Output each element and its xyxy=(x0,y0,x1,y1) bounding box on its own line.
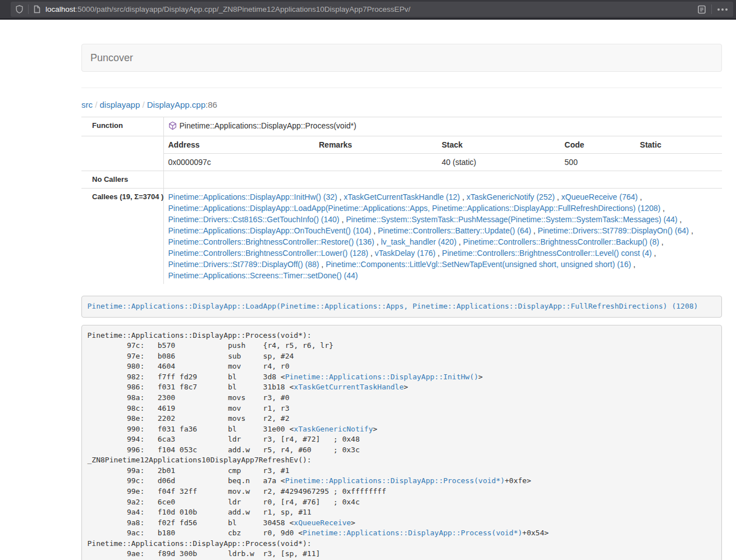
no-callers-label: No Callers xyxy=(81,171,163,189)
callee-link[interactable]: xTaskGetCurrentTaskHandle (12) xyxy=(344,192,460,201)
breadcrumb-link[interactable]: DisplayApp.cpp xyxy=(147,100,205,109)
asm-line: 990: f031 fa36 bl 31e00 <xTaskGenericNot… xyxy=(88,424,716,435)
brand-link[interactable]: Puncover xyxy=(90,52,133,64)
callee-link[interactable]: Pinetime::Drivers::St7789::DisplayOn() (… xyxy=(538,226,689,235)
callees-label: Callees (19, Σ=3704 ) xyxy=(81,189,163,284)
callees-cell: Pinetime::Applications::DisplayApp::Init… xyxy=(163,189,722,284)
shield-icon[interactable] xyxy=(16,5,23,13)
callee-link[interactable]: Pinetime::Controllers::BrightnessControl… xyxy=(168,249,368,258)
breadcrumb: src / displayapp / DisplayApp.cpp:86 xyxy=(81,99,722,111)
function-row: Function Pinetime::Applications::Display… xyxy=(81,117,722,136)
asm-line: 98e: 2202 movs r2, #2 xyxy=(88,414,716,424)
package-cube-icon xyxy=(168,121,177,133)
callee-link[interactable]: Pinetime::Controllers::BrightnessControl… xyxy=(463,237,659,246)
breadcrumb-separator: / xyxy=(140,100,147,109)
stats-table: Address Remarks Stack Code Static 0x0000… xyxy=(164,136,723,171)
address-value: 0x0000097c xyxy=(164,154,315,171)
asm-symbol-link[interactable]: xTaskGetCurrentTaskHandle xyxy=(294,383,404,391)
navbar: Puncover xyxy=(81,44,722,72)
stack-value: 40 (static) xyxy=(437,154,560,171)
function-name-cell: Pinetime::Applications::DisplayApp::Proc… xyxy=(163,117,722,136)
asm-symbol-link[interactable]: Pinetime::Applications::DisplayApp::Proc… xyxy=(303,529,522,537)
asm-line: 9a4: f10d 010b add.w r1, sp, #11 xyxy=(88,507,716,518)
url-field[interactable]: localhost:5000/path/src/displayapp/Displ… xyxy=(11,2,733,17)
function-label: Function xyxy=(81,117,163,136)
breadcrumb-link[interactable]: src xyxy=(81,100,93,109)
code-size-value: 500 xyxy=(560,154,636,171)
callee-link[interactable]: Pinetime::Applications::Screens::Timer::… xyxy=(168,271,358,280)
no-callers-row: No Callers xyxy=(81,171,722,189)
asm-line: 9ac: b180 cbz r0, 9d0 <Pinetime::Applica… xyxy=(88,528,716,539)
callee-link[interactable]: xQueueReceive (764) xyxy=(561,192,638,201)
divider xyxy=(81,88,722,88)
callee-link[interactable]: Pinetime::Components::LittleVgl::SetNewT… xyxy=(326,260,631,269)
reader-mode-icon[interactable] xyxy=(697,4,706,15)
callee-link[interactable]: Pinetime::Applications::DisplayApp::Init… xyxy=(168,192,337,201)
asm-line: 98c: 4619 mov r1, r3 xyxy=(88,403,716,414)
asm-symbol-link[interactable]: xQueueReceive xyxy=(294,518,351,527)
callees-row: Callees (19, Σ=3704 ) Pinetime::Applicat… xyxy=(81,189,722,284)
asm-line: 996: f104 053c add.w r5, r4, #60 ; 0x3c xyxy=(88,445,716,456)
asm-line: Pinetime::Applications::DisplayApp::Proc… xyxy=(88,331,716,341)
asm-line: 97c: b570 push {r4, r5, r6, lr} xyxy=(88,341,716,351)
asm-line: _ZN8Pinetime12Applications10DisplayApp7R… xyxy=(88,455,716,466)
stats-cell: Address Remarks Stack Code Static 0x0000… xyxy=(163,136,722,171)
callers-cell xyxy=(163,171,722,189)
callee-link[interactable]: Pinetime::Controllers::Battery::Update()… xyxy=(378,226,531,235)
callee-link[interactable]: Pinetime::Drivers::Cst816S::GetTouchInfo… xyxy=(168,215,340,224)
page-container: Puncover src / displayapp / DisplayApp.c… xyxy=(81,20,722,560)
col-address: Address xyxy=(164,136,315,154)
function-table: Function Pinetime::Applications::Display… xyxy=(81,117,722,284)
breadcrumb-link[interactable]: displayapp xyxy=(100,100,140,109)
static-value xyxy=(636,154,722,171)
col-remarks: Remarks xyxy=(314,136,437,154)
asm-line: 980: 4604 mov r4, r0 xyxy=(88,361,716,372)
callee-link[interactable]: xTaskGenericNotify (252) xyxy=(467,192,555,201)
asm-line: 99c: d06d beq.n a7a <Pinetime::Applicati… xyxy=(88,476,716,486)
asm-line: 994: 6ca3 ldr r3, [r4, #72] ; 0x48 xyxy=(88,434,716,445)
col-static: Static xyxy=(636,136,722,154)
asm-line: 99a: 2b01 cmp r3, #1 xyxy=(88,466,716,476)
breadcrumb-separator: / xyxy=(93,100,100,109)
remarks-value xyxy=(314,154,437,171)
asm-line: 982: f7ff fd29 bl 3d8 <Pinetime::Applica… xyxy=(88,372,716,383)
asm-line: 986: f031 f8c7 bl 31b18 <xTaskGetCurrent… xyxy=(88,382,716,393)
stats-value-row: 0x0000097c 40 (static) 500 xyxy=(164,154,723,171)
asm-line: 9a2: 6ce0 ldr r0, [r4, #76] ; 0x4c xyxy=(88,497,716,508)
page-icon[interactable] xyxy=(34,5,40,13)
asm-symbol-link[interactable]: Pinetime::Applications::DisplayApp::Init… xyxy=(285,373,478,381)
asm-line: 9a8: f02f fd56 bl 30458 <xQueueReceive> xyxy=(88,518,716,529)
disassembly-block: Pinetime::Applications::DisplayApp::Proc… xyxy=(81,325,722,560)
asm-line: Pinetime::Applications::DisplayApp::Proc… xyxy=(88,539,716,549)
urlbar-divider xyxy=(28,4,29,14)
url-text: localhost:5000/path/src/displayapp/Displ… xyxy=(45,5,692,13)
asm-line: 97e: b086 sub sp, #24 xyxy=(88,351,716,362)
asm-line: 99e: f04f 32ff mov.w r2, #4294967295 ; 0… xyxy=(88,486,716,497)
asm-symbol-link[interactable]: Pinetime::Applications::DisplayApp::Proc… xyxy=(285,476,505,485)
asm-symbol-link[interactable]: xTaskGenericNotify xyxy=(294,425,373,433)
callee-link[interactable]: Pinetime::Applications::DisplayApp::OnTo… xyxy=(168,226,372,235)
url-hostname: localhost xyxy=(45,5,75,13)
callee-link[interactable]: Pinetime::System::SystemTask::PushMessag… xyxy=(346,215,678,224)
stats-header-row: Address Remarks Stack Code Static xyxy=(164,136,723,154)
browser-toolbar: localhost:5000/path/src/displayapp/Displ… xyxy=(0,0,736,20)
stats-row-wrapper: Address Remarks Stack Code Static 0x0000… xyxy=(81,136,722,171)
callee-link[interactable]: lv_task_handler (420) xyxy=(381,237,456,246)
urlbar-divider xyxy=(711,4,712,14)
callee-link[interactable]: vTaskDelay (176) xyxy=(375,249,436,258)
callee-link[interactable]: Pinetime::Applications::DisplayApp::Load… xyxy=(168,204,661,213)
snippet-function-link[interactable]: Pinetime::Applications::DisplayApp::Load… xyxy=(88,302,698,310)
function-name: Pinetime::Applications::DisplayApp::Proc… xyxy=(180,121,356,130)
callee-link[interactable]: Pinetime::Controllers::BrightnessControl… xyxy=(442,249,651,258)
col-code: Code xyxy=(560,136,636,154)
asm-line: 98a: 2300 movs r3, #0 xyxy=(88,393,716,403)
url-path: :5000/path/src/displayapp/DisplayApp.cpp… xyxy=(75,5,410,13)
page-actions-icon[interactable] xyxy=(717,8,728,11)
source-line-snippet: Pinetime::Applications::DisplayApp::Load… xyxy=(81,296,722,318)
breadcrumb-line-number: :86 xyxy=(205,100,217,109)
empty-label-cell xyxy=(81,136,163,171)
asm-line: 9ae: f89d 300b ldrb.w r3, [sp, #11] xyxy=(88,549,716,559)
callee-link[interactable]: Pinetime::Controllers::BrightnessControl… xyxy=(168,237,374,246)
col-stack: Stack xyxy=(437,136,560,154)
callee-link[interactable]: Pinetime::Drivers::St7789::DisplayOff() … xyxy=(168,260,319,269)
